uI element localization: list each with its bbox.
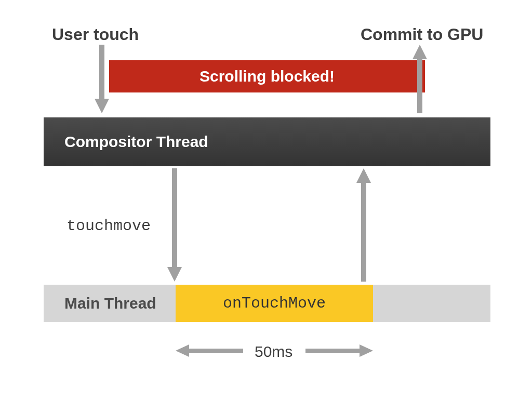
compositor-thread-bar: Compositor Thread (44, 117, 490, 166)
arrow-user-touch-down-icon (102, 45, 102, 45)
svg-marker-11 (360, 344, 373, 357)
blocked-text: Scrolling blocked! (200, 68, 335, 85)
arrow-to-main-thread-down-icon (175, 168, 175, 169)
diagram-stage: User touch Commit to GPU Scrolling block… (0, 0, 532, 399)
svg-marker-9 (176, 344, 189, 357)
ontouchmove-handler-segment: onTouchMove (176, 285, 373, 322)
svg-marker-1 (95, 99, 109, 113)
label-user-touch: User touch (52, 26, 139, 43)
compositor-label: Compositor Thread (64, 133, 208, 151)
svg-marker-7 (356, 168, 371, 183)
arrow-to-compositor-up-icon (364, 168, 364, 169)
main-thread-label: Main Thread (64, 295, 156, 312)
handler-label: onTouchMove (223, 295, 326, 312)
svg-marker-3 (413, 45, 427, 59)
duration-span-double-arrow-icon (176, 351, 176, 351)
touchmove-event-label: touchmove (66, 217, 151, 235)
arrow-commit-gpu-up-icon (420, 45, 420, 45)
svg-marker-5 (167, 267, 182, 282)
scrolling-blocked-bar: Scrolling blocked! (109, 60, 425, 92)
duration-label: 50ms (255, 343, 292, 361)
label-commit-gpu: Commit to GPU (361, 26, 483, 43)
